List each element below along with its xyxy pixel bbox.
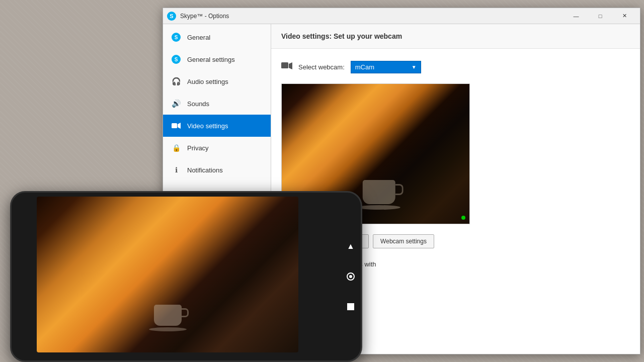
webcam-icon [281, 61, 292, 73]
content-title-label: Video settings: [281, 32, 332, 40]
svg-rect-2 [281, 62, 288, 68]
sidebar-item-notifications[interactable]: ℹ Notifications [163, 159, 271, 181]
play-up-icon[interactable]: ▲ [346, 241, 356, 251]
sidebar-item-sounds[interactable]: 🔊 Sounds [163, 93, 271, 115]
sidebar-label-general: General [187, 34, 210, 41]
phone-frame: ▲ [10, 191, 362, 362]
sidebar-label-general-settings: General settings [187, 56, 235, 63]
sidebar-label-audio-settings: Audio settings [187, 78, 228, 85]
webcam-dropdown-arrow-icon: ▼ [412, 64, 417, 70]
webcam-dropdown[interactable]: mCam ▼ [351, 61, 421, 73]
maximize-button[interactable]: □ [589, 8, 612, 24]
svg-marker-3 [289, 62, 292, 69]
content-title-subtitle: Set up your webcam [334, 32, 402, 40]
phone-screen [37, 197, 298, 352]
sidebar-label-sounds: Sounds [187, 100, 209, 108]
close-button[interactable]: ✕ [613, 8, 636, 24]
svg-marker-1 [178, 123, 181, 129]
sidebar-item-video-settings[interactable]: Video settings [163, 115, 271, 137]
skype-logo: S [167, 12, 176, 21]
sidebar-item-general[interactable]: S General [163, 26, 271, 48]
webcam-settings-button[interactable]: Webcam settings [373, 234, 434, 248]
webcam-selected-value: mCam [355, 63, 374, 71]
record-icon[interactable] [346, 272, 356, 282]
stop-icon[interactable] [346, 302, 356, 312]
notifications-icon: ℹ [171, 165, 181, 175]
sidebar-label-privacy: Privacy [187, 144, 209, 152]
sidebar-item-audio-settings[interactable]: 🎧 Audio settings [163, 70, 271, 93]
skype-logo-icon: S [167, 12, 176, 21]
window-controls: — □ ✕ [565, 8, 636, 24]
phone-overlay: ▲ [10, 191, 352, 362]
phone-cup [145, 305, 190, 340]
sidebar-label-notifications: Notifications [187, 166, 223, 174]
svg-rect-0 [172, 123, 177, 128]
title-bar: S Skype™ - Options — □ ✕ [163, 8, 640, 24]
phone-side-button [361, 268, 362, 293]
general-icon: S [171, 32, 181, 42]
webcam-selector-row: Select webcam: mCam ▼ [281, 61, 630, 73]
content-title: Video settings: Set up your webcam [281, 32, 630, 40]
status-dot [461, 216, 465, 220]
general-settings-icon: S [171, 54, 181, 64]
sidebar-label-video-settings: Video settings [187, 122, 228, 130]
video-settings-icon [171, 121, 181, 131]
video-cup-shape [362, 180, 400, 210]
content-header: Video settings: Set up your webcam [271, 24, 640, 49]
sidebar-item-privacy[interactable]: 🔒 Privacy [163, 137, 271, 159]
audio-settings-icon: 🎧 [171, 76, 181, 86]
phone-side-button [361, 243, 362, 258]
privacy-icon: 🔒 [171, 143, 181, 153]
minimize-button[interactable]: — [565, 8, 588, 24]
window-title: Skype™ - Options [180, 13, 565, 20]
sounds-icon: 🔊 [171, 99, 181, 109]
sidebar-item-general-settings[interactable]: S General settings [163, 48, 271, 70]
webcam-label: Select webcam: [298, 63, 345, 71]
playback-controls: ▲ [346, 241, 356, 312]
phone-side-button [361, 223, 362, 238]
